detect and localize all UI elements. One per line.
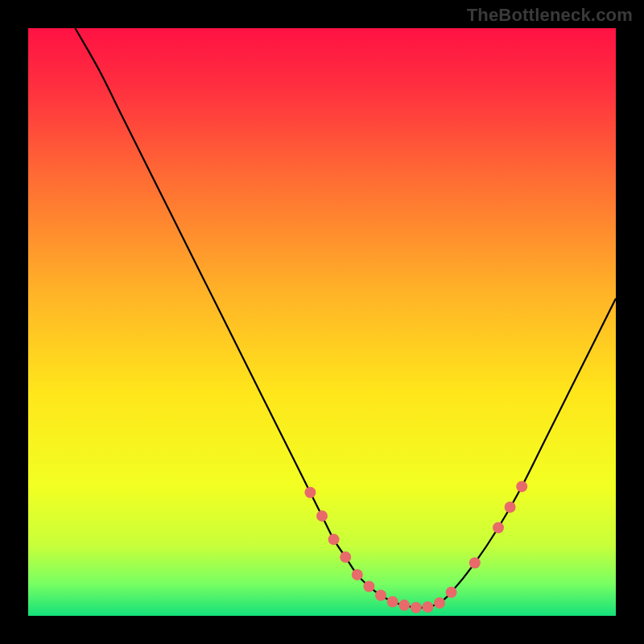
data-marker (328, 534, 340, 545)
data-marker (363, 581, 374, 592)
data-marker (469, 557, 481, 568)
data-marker (434, 597, 445, 609)
data-marker (398, 600, 410, 611)
data-marker (375, 589, 386, 601)
bottleneck-chart (0, 0, 644, 644)
data-marker (516, 481, 527, 492)
data-marker (505, 502, 516, 513)
data-marker (316, 510, 328, 522)
data-marker (304, 487, 316, 498)
chart-container: TheBottleneck.com (0, 0, 644, 644)
data-marker (446, 587, 457, 598)
data-marker (340, 551, 351, 563)
data-marker (411, 602, 422, 613)
gradient-background (28, 28, 616, 616)
data-marker (352, 569, 363, 580)
data-marker (422, 601, 433, 613)
data-marker (387, 596, 398, 607)
watermark-text: TheBottleneck.com (467, 5, 633, 26)
data-marker (493, 522, 504, 534)
